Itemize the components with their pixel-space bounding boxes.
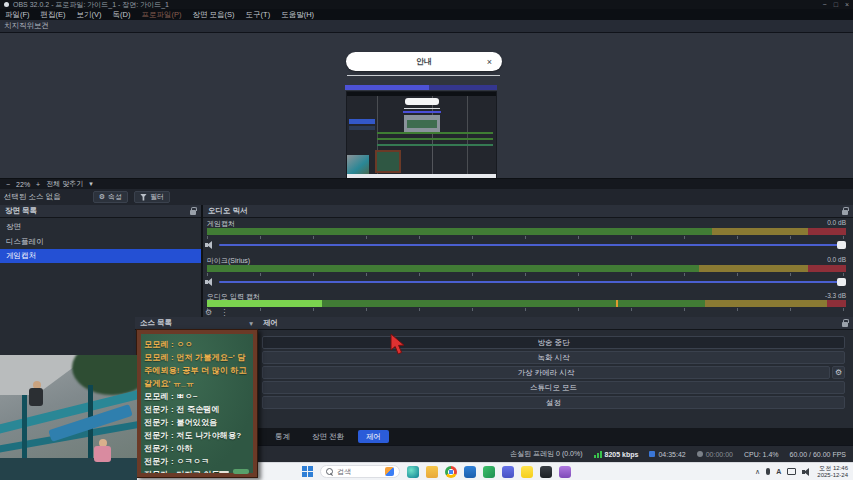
notice-screenshot-thumbnail [347, 92, 496, 178]
menu-tools[interactable]: 도구(T) [246, 10, 271, 20]
cpu-usage: CPU: 1.4% [744, 451, 779, 458]
menu-scene-collection[interactable]: 장면 모음(S) [193, 10, 235, 20]
tab-scene-transitions[interactable]: 장면 전환 [304, 430, 352, 443]
taskbar-app-icon-store[interactable] [464, 466, 476, 478]
tab-controls[interactable]: 제어 [358, 430, 389, 443]
stop-streaming-button[interactable]: 방송 중단 [262, 336, 845, 349]
menu-bar: 파일(F) 편집(E) 보기(V) 독(D) 프로파일(P) 장면 모음(S) … [0, 9, 853, 20]
volume-meter [207, 300, 846, 307]
volume-slider-row [205, 277, 846, 286]
chalk-tray [219, 469, 249, 474]
microphone-tray-icon[interactable] [766, 468, 770, 475]
meter-scale-ticks [207, 273, 846, 276]
lock-icon[interactable] [842, 322, 848, 327]
record-indicator-icon [697, 451, 703, 457]
start-recording-button[interactable]: 녹화 시작 [262, 351, 845, 364]
gear-icon[interactable]: ⚙ [205, 308, 212, 317]
volume-slider[interactable] [219, 281, 846, 283]
menu-edit[interactable]: 편집(E) [41, 10, 66, 20]
mixer-channel-db: 0.0 dB [827, 219, 846, 226]
studio-mode-button[interactable]: 스튜디오 모드 [262, 381, 845, 394]
taskbar-app-icon-chrome[interactable] [445, 466, 457, 478]
dropped-frames: 손실된 프레임 0 (0.0%) [510, 449, 582, 459]
taskbar-app-icon-discord[interactable] [502, 466, 514, 478]
scene-item[interactable]: 장면 [0, 220, 201, 234]
chat-message: 모모레 : 먼저 가볼게요~' 담주에뵈용! 공부 더 많이 하고 갈게요' ㅠ… [144, 351, 250, 390]
volume-meter [207, 265, 846, 272]
display-tray-icon[interactable] [787, 468, 796, 475]
filters-button[interactable]: 필터 [134, 191, 170, 203]
maximize-button[interactable]: □ [834, 1, 838, 8]
scene-item-selected[interactable]: 게임캡처 [0, 249, 201, 263]
fit-mode-label[interactable]: 전체 맞추기 [46, 179, 83, 189]
taskbar-date: 2025-12-24 [817, 472, 848, 479]
close-icon[interactable]: × [487, 57, 492, 67]
taskbar-app-icon-edge[interactable] [407, 466, 419, 478]
chat-chalkboard: 모모레 : ㅇㅇ 모모레 : 먼저 가볼게요~' 담주에뵈용! 공부 더 많이 … [141, 334, 253, 473]
taskbar-clock[interactable]: 오전 12:46 2025-12-24 [817, 465, 848, 479]
controls-header[interactable]: 제어 [258, 317, 853, 330]
volume-slider[interactable] [219, 244, 846, 246]
taskbar-app-icon-kakaotalk[interactable] [521, 466, 533, 478]
chat-overlay-window[interactable]: 모모레 : ㅇㅇ 모모레 : 먼저 가볼게요~' 담주에뵈용! 공부 더 많이 … [136, 329, 258, 478]
notice-dock-titlebar[interactable]: 치지직위보건 [0, 20, 853, 33]
chat-message: 전문가 : 저도 나가야해용? [144, 429, 250, 442]
chat-message: 전문가 : 전 죽손땜에 [144, 403, 250, 416]
virtual-camera-gear-button[interactable]: ⚙ [832, 366, 845, 379]
eraser-icon [233, 469, 249, 474]
menu-file[interactable]: 파일(F) [5, 10, 30, 20]
speaker-tray-icon[interactable] [802, 468, 811, 476]
notice-title: 안내 [416, 56, 432, 67]
notice-progress-bar [345, 85, 497, 90]
notice-divider [347, 75, 500, 76]
search-box[interactable]: 검색 [320, 465, 400, 478]
volume-slider-knob[interactable] [837, 278, 846, 286]
menu-profile[interactable]: 프로파일(P) [142, 10, 182, 20]
filter-icon [140, 194, 147, 201]
taskbar-app-icon-file-explorer[interactable] [426, 466, 438, 478]
search-placeholder: 검색 [337, 467, 351, 477]
lock-icon[interactable] [842, 210, 848, 215]
selection-status: 선택된 소스 없음 [4, 192, 61, 202]
start-button[interactable] [302, 466, 313, 477]
minimize-button[interactable]: − [823, 1, 827, 8]
volume-meter [207, 228, 846, 235]
zoom-in-button[interactable]: + [36, 181, 40, 188]
record-time: 00:00:00 [706, 451, 733, 458]
lock-icon[interactable] [190, 210, 196, 215]
speaker-icon[interactable] [205, 241, 214, 249]
bitrate: 8205 kbps [605, 451, 639, 458]
tab-stats[interactable]: 통계 [267, 430, 298, 443]
notice-dialog-header: 안내 × [346, 52, 502, 71]
properties-button[interactable]: ⚙ 속성 [93, 191, 128, 203]
zoom-out-button[interactable]: − [6, 181, 10, 188]
volume-slider-knob[interactable] [837, 241, 846, 249]
taskbar-app-icon-camera[interactable] [559, 466, 571, 478]
tray-chevron-icon[interactable]: ∧ [755, 468, 760, 476]
signal-bars-icon [594, 451, 602, 458]
window-titlebar[interactable]: OBS 32.0.2 - 프로파일: 가이드_1 - 장면: 가이드_1 − □… [0, 0, 853, 9]
stream-time: 04:35:42 [658, 451, 685, 458]
kebab-menu-icon[interactable]: ⋮ [220, 308, 228, 317]
taskbar-app-icon-meet[interactable] [483, 466, 495, 478]
ime-indicator[interactable]: A [776, 468, 781, 475]
audio-mixer-header[interactable]: 오디오 믹서 [203, 205, 853, 218]
gear-icon: ⚙ [99, 193, 105, 201]
chevron-down-icon[interactable]: ▾ [89, 180, 93, 188]
menu-docks[interactable]: 독(D) [113, 10, 131, 20]
settings-button[interactable]: 설정 [262, 396, 845, 409]
chat-message: 모모레 : ㅇㅇ [144, 338, 250, 351]
source-selection-row: 선택된 소스 없음 ⚙ 속성 필터 [0, 189, 853, 205]
scene-item[interactable]: 디스플레이 [0, 235, 201, 249]
start-virtual-camera-button[interactable]: 가상 카메라 시작 [262, 366, 830, 379]
notice-dock-title: 치지직위보건 [4, 21, 49, 31]
peak-indicator [616, 300, 618, 307]
scene-list-header[interactable]: 장면 목록 [0, 205, 201, 218]
chevron-down-icon[interactable]: ▾ [249, 319, 253, 328]
taskbar-app-icon-obs[interactable] [540, 466, 552, 478]
menu-help[interactable]: 도움말(H) [281, 10, 314, 20]
menu-view[interactable]: 보기(V) [77, 10, 102, 20]
speaker-icon[interactable] [205, 278, 214, 286]
obs-app-icon [4, 2, 9, 7]
close-button[interactable]: × [845, 1, 849, 8]
